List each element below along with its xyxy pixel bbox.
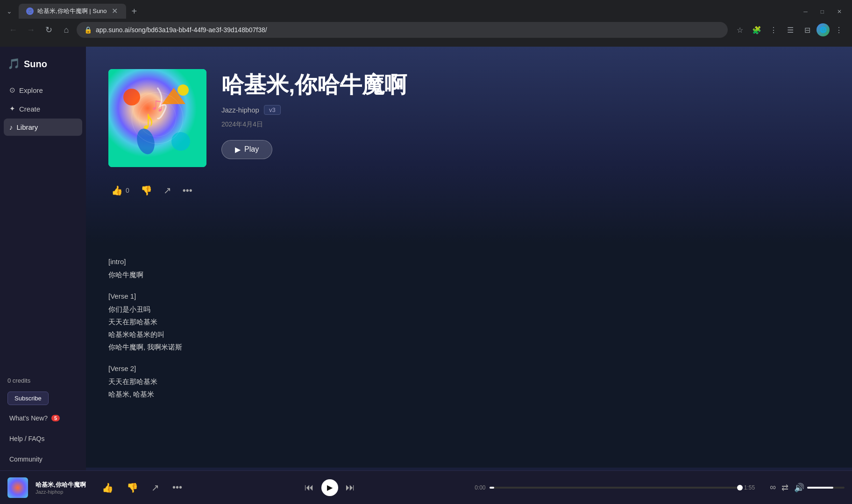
play-pause-button[interactable]: ▶ [321, 479, 338, 496]
hero-section: ♪ ♫ [86, 47, 852, 243]
lyrics-line: 你哈牛魔啊 [108, 268, 830, 281]
player-song-genre: Jazz-hiphop [36, 489, 92, 495]
maximize-button[interactable]: □ [814, 6, 831, 18]
logo: 🎵 Suno [4, 54, 82, 74]
volume-section: 🔊 [794, 483, 845, 493]
svg-point-3 [171, 132, 190, 151]
lyrics-label-verse1: [Verse 1] [108, 292, 830, 300]
library-icon: ♪ [9, 123, 13, 131]
lyrics-label-verse2: [Verse 2] [108, 364, 830, 372]
svg-point-1 [123, 89, 140, 105]
player-song-info: 哈基米,你哈牛魔啊 Jazz-hiphop [36, 481, 92, 495]
minimize-button[interactable]: ─ [797, 6, 814, 18]
like-count: 0 [126, 187, 129, 194]
url-text: app.suno.ai/song/bd63a19a-bb4f-44f9-ae3f… [96, 26, 720, 34]
skip-back-button[interactable]: ⏮ [303, 480, 316, 495]
share-icon: ↗ [163, 185, 171, 196]
sidebar-item-explore[interactable]: ⊙ Explore [4, 81, 82, 99]
total-time: 1:55 [744, 484, 755, 491]
more-options-button[interactable]: ••• [180, 182, 195, 199]
browser-menu-button[interactable]: ⋮ [766, 22, 781, 37]
sidebar-item-help[interactable]: Help / FAQs [4, 431, 82, 446]
tab-list-button[interactable]: ⌄ [4, 6, 15, 17]
lyrics-block-intro: [intro] 你哈牛魔啊 [108, 258, 830, 281]
reload-button[interactable]: ↻ [41, 22, 56, 37]
thumbs-up-icon: 👍 [111, 185, 123, 196]
player-dislike-button[interactable]: 👎 [124, 479, 141, 496]
extensions-button[interactable]: 🧩 [749, 22, 764, 37]
volume-icon[interactable]: 🔊 [794, 483, 804, 493]
whats-new-item[interactable]: What's New? 5 [4, 411, 82, 426]
player-share-button[interactable]: ↗ [149, 479, 162, 496]
thumbs-down-icon: 👎 [141, 185, 152, 196]
progress-fill [490, 487, 495, 489]
sidebar: 🎵 Suno ⊙ Explore ✦ Create ♪ Library 0 cr… [0, 47, 86, 504]
play-label: Play [244, 145, 259, 154]
current-time: 0:00 [475, 484, 485, 491]
like-button[interactable]: 👍 0 [108, 182, 132, 199]
player-right: ∞ ⇄ 🔊 [770, 483, 845, 493]
profile-icon[interactable]: 🌐 [816, 23, 830, 36]
share-button[interactable]: ↗ [161, 182, 174, 199]
album-art-image: ♪ ♫ [108, 69, 206, 167]
dislike-button[interactable]: 👎 [138, 182, 155, 199]
more-button[interactable]: ⋮ [831, 22, 846, 37]
lyrics-line: 你们是小丑吗 [108, 303, 830, 315]
player-like-button[interactable]: 👍 [99, 479, 116, 496]
lyrics-line: 你哈牛魔啊, 我啊米诺斯 [108, 341, 830, 353]
sidebar-item-library[interactable]: ♪ Library [4, 119, 82, 136]
new-tab-button[interactable]: + [128, 4, 141, 19]
play-button[interactable]: ▶ Play [221, 140, 272, 159]
sidebar-item-create[interactable]: ✦ Create [4, 100, 82, 118]
player-thumbnail [7, 477, 28, 498]
back-button[interactable]: ← [6, 22, 21, 37]
tab-favicon: 🎵 [26, 7, 34, 15]
song-title: 哈基米,你哈牛魔啊 [221, 73, 407, 98]
sidebar-item-community[interactable]: Community [4, 452, 82, 467]
sidebar-item-label: Library [17, 123, 38, 131]
skip-forward-button[interactable]: ⏭ [344, 480, 357, 495]
bookmark-button[interactable]: ☆ [732, 22, 747, 37]
sidebar-item-label: Explore [19, 86, 43, 94]
lyrics-line: 天天在那哈基米 [108, 315, 830, 328]
lyrics-label-intro: [intro] [108, 258, 830, 266]
volume-bar[interactable] [807, 487, 845, 489]
logo-text: Suno [24, 59, 47, 70]
shuffle-button[interactable]: ⇄ [781, 483, 788, 493]
forward-button[interactable]: → [23, 22, 38, 37]
bottom-player: 哈基米,你哈牛魔啊 Jazz-hiphop 👍 👎 ↗ ••• ⏮ ▶ ⏭ 0:… [0, 470, 852, 504]
loop-button[interactable]: ∞ [770, 483, 776, 492]
player-more-button[interactable]: ••• [170, 479, 185, 496]
app-layout: 🎵 Suno ⊙ Explore ✦ Create ♪ Library 0 cr… [0, 47, 852, 504]
active-tab[interactable]: 🎵 哈基米,你哈牛魔啊 | Suno ✕ [19, 4, 126, 19]
lyrics-line: 哈基米, 哈基米 [108, 388, 830, 400]
song-info: 哈基米,你哈牛魔啊 Jazz-hiphop v3 2024年4月4日 ▶ Pla… [221, 69, 407, 159]
volume-fill [807, 487, 833, 489]
version-badge: v3 [264, 105, 281, 115]
genre-tag: Jazz-hiphop [221, 106, 259, 114]
svg-text:♫: ♫ [150, 94, 164, 115]
help-label: Help / FAQs [9, 435, 44, 442]
lyrics-block-verse1: [Verse 1] 你们是小丑吗 天天在那哈基米 哈基米哈基米的叫 你哈牛魔啊,… [108, 292, 830, 353]
tab-close-button[interactable]: ✕ [111, 7, 119, 15]
subscribe-button[interactable]: Subscribe [7, 392, 49, 405]
community-label: Community [9, 455, 43, 463]
lyrics-block-verse2: [Verse 2] 天天在那哈基米 哈基米, 哈基米 [108, 364, 830, 400]
album-art: ♪ ♫ [108, 69, 206, 167]
progress-dot [737, 485, 743, 490]
song-actions: 👍 0 👎 ↗ ••• [108, 178, 830, 199]
create-icon: ✦ [9, 105, 15, 113]
lyrics-section: [intro] 你哈牛魔啊 [Verse 1] 你们是小丑吗 天天在那哈基米 哈… [86, 243, 852, 468]
progress-bar[interactable] [490, 487, 740, 489]
split-screen-button[interactable]: ⊟ [800, 22, 815, 37]
svg-point-2 [178, 84, 189, 96]
home-button[interactable]: ⌂ [59, 22, 74, 37]
lyrics-line: 哈基米哈基米的叫 [108, 328, 830, 341]
tab-back-forward: ⌄ [4, 6, 15, 17]
browser-tabs: ⌄ 🎵 哈基米,你哈牛魔啊 | Suno ✕ + ─ □ ✕ [0, 0, 852, 19]
close-window-button[interactable]: ✕ [831, 6, 848, 18]
lock-icon: 🔒 [84, 26, 92, 34]
credits-text: 0 credits [4, 375, 82, 386]
address-bar[interactable]: 🔒 app.suno.ai/song/bd63a19a-bb4f-44f9-ae… [77, 22, 728, 38]
edge-sidebar-button[interactable]: ☰ [783, 22, 798, 37]
